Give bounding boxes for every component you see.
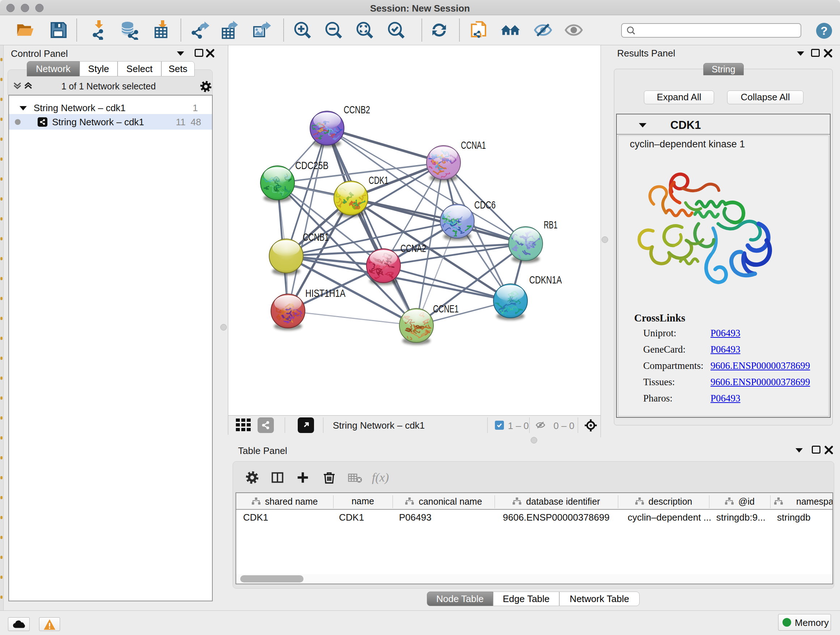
- svg-text:CDKN1A: CDKN1A: [529, 274, 562, 286]
- svg-text:RB1: RB1: [544, 219, 557, 231]
- svg-text:CCNE1: CCNE1: [433, 302, 459, 315]
- svg-text:CDC25B: CDC25B: [295, 159, 328, 171]
- svg-text:CDC6: CDC6: [474, 199, 496, 211]
- svg-text:CCNA2: CCNA2: [401, 242, 426, 254]
- svg-text:CCNA1: CCNA1: [461, 139, 486, 151]
- svg-text:HIST1H1A: HIST1H1A: [305, 287, 346, 299]
- svg-text:CDK1: CDK1: [369, 174, 388, 186]
- svg-text:CCNB1: CCNB1: [303, 231, 329, 243]
- svg-text:CCNB2: CCNB2: [344, 103, 370, 116]
